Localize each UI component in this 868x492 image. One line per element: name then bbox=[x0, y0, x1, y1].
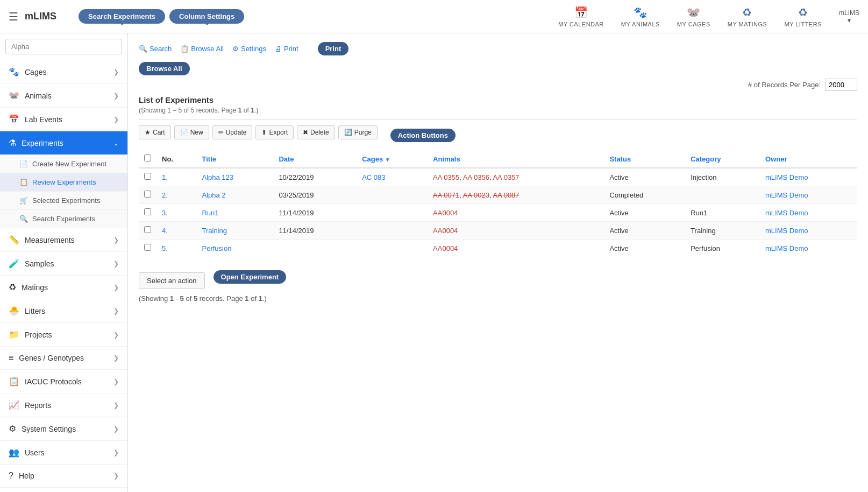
genes-sidebar-icon: ≡ bbox=[9, 353, 13, 363]
th-date[interactable]: Date bbox=[273, 150, 357, 168]
reports-sidebar-icon: 📈 bbox=[9, 400, 19, 410]
print-link[interactable]: 🖨 Print bbox=[275, 45, 298, 53]
sidebar-item-users[interactable]: 👥 Users ❯ bbox=[0, 441, 127, 465]
animal-link[interactable]: AA 0355 bbox=[433, 173, 459, 181]
sidebar-item-animals[interactable]: 🐭 Animals ❯ bbox=[0, 84, 127, 108]
sidebar-item-create-new-experiment[interactable]: 📄 Create New Experiment bbox=[0, 155, 127, 173]
chevron-right-icon: ❯ bbox=[113, 68, 119, 76]
cages-sidebar-icon: 🐾 bbox=[9, 67, 19, 77]
sidebar-item-iacuc[interactable]: 📋 IACUC Protocols ❯ bbox=[0, 370, 127, 393]
experiment-title-link[interactable]: Perfusion bbox=[202, 244, 231, 252]
sidebar-item-genes-genotypes[interactable]: ≡ Genes / Genotypes ❯ bbox=[0, 347, 127, 370]
projects-sidebar-icon: 📁 bbox=[9, 329, 19, 340]
experiments-sidebar-icon: ⚗ bbox=[9, 138, 16, 148]
search-experiments-button[interactable]: Search Experiments bbox=[79, 9, 165, 24]
search-input[interactable] bbox=[5, 39, 122, 54]
tooltip-buttons-area: Search Experiments Column Settings bbox=[68, 9, 558, 24]
sidebar-item-measurements[interactable]: 📏 Measurements ❯ bbox=[0, 228, 127, 252]
experiment-title-link[interactable]: Alpha 2 bbox=[202, 191, 225, 199]
sidebar-item-search-experiments[interactable]: 🔍 Search Experiments bbox=[0, 210, 127, 228]
settings-link[interactable]: ⚙ Settings bbox=[232, 45, 266, 53]
sidebar-item-help[interactable]: ? Help ❯ bbox=[0, 465, 127, 488]
experiment-title-link[interactable]: Alpha 123 bbox=[202, 173, 233, 181]
table-row: 1.Alpha 12310/22/2019AC 083AA 0355, AA 0… bbox=[139, 168, 857, 186]
search-toolbar-icon: 🔍 bbox=[139, 45, 147, 53]
purge-button[interactable]: 🔄 Purge bbox=[338, 125, 378, 139]
row-checkbox[interactable] bbox=[144, 208, 151, 215]
sidebar-item-litters[interactable]: 🐣 Litters ❯ bbox=[0, 299, 127, 323]
row-checkbox[interactable] bbox=[144, 191, 151, 198]
th-cages[interactable]: Cages ▼ bbox=[357, 150, 428, 168]
th-category[interactable]: Category bbox=[685, 150, 760, 168]
list-title: List of Experiments bbox=[139, 95, 857, 104]
export-button[interactable]: ⬆ Export bbox=[255, 125, 294, 139]
sidebar-item-cages[interactable]: 🐾 Cages ❯ bbox=[0, 60, 127, 84]
animal-link[interactable]: AA 0071 bbox=[433, 191, 459, 199]
animal-link[interactable]: AA0004 bbox=[433, 209, 458, 217]
sidebar-item-selected-experiments[interactable]: 🛒 Selected Experiments bbox=[0, 192, 127, 210]
experiment-title-link[interactable]: Training bbox=[202, 227, 226, 235]
cell-date: 10/22/2019 bbox=[273, 168, 357, 186]
sidebar-item-matings[interactable]: ♻ Matings ❯ bbox=[0, 276, 127, 299]
animal-link[interactable]: AA 0357 bbox=[493, 173, 519, 181]
th-status[interactable]: Status bbox=[604, 150, 685, 168]
select-action-button[interactable]: Select an action bbox=[139, 272, 205, 289]
cell-status: Active bbox=[604, 204, 685, 222]
th-animals[interactable]: Animals bbox=[428, 150, 604, 168]
select-all-checkbox[interactable] bbox=[144, 154, 151, 161]
cell-date bbox=[273, 240, 357, 257]
chevron-right-icon: ❯ bbox=[113, 331, 119, 339]
owner-link[interactable]: mLIMS Demo bbox=[765, 227, 808, 235]
animal-link[interactable]: AA 0087 bbox=[493, 191, 519, 199]
action-bar: ★ Cart 📄 New ✏ Update ⬆ Export ✖ Dele bbox=[139, 125, 857, 145]
owner-link[interactable]: mLIMS Demo bbox=[765, 209, 808, 217]
owner-link[interactable]: mLIMS Demo bbox=[765, 191, 808, 199]
toolbar-row: 🔍 Search 📋 Browse All ⚙ Settings 🖨 Print… bbox=[139, 42, 857, 55]
sidebar-item-lab-events[interactable]: 📅 Lab Events ❯ bbox=[0, 108, 127, 131]
records-per-page-input[interactable] bbox=[825, 79, 857, 91]
owner-link[interactable]: mLIMS Demo bbox=[765, 173, 808, 181]
animal-link[interactable]: AA 0356 bbox=[463, 173, 489, 181]
sidebar-item-samples[interactable]: 🧪 Samples ❯ bbox=[0, 252, 127, 276]
delete-button[interactable]: ✖ Delete bbox=[297, 125, 335, 139]
app-logo: mLIMS bbox=[25, 11, 68, 22]
owner-link[interactable]: mLIMS Demo bbox=[765, 244, 808, 252]
experiment-title-link[interactable]: Run1 bbox=[202, 209, 218, 217]
sidebar-item-experiments[interactable]: ⚗ Experiments ⌄ bbox=[0, 131, 127, 155]
user-menu[interactable]: mLIMS ▾ bbox=[839, 9, 859, 24]
cart-button[interactable]: ★ Cart bbox=[139, 125, 171, 139]
th-no[interactable]: No. bbox=[156, 150, 196, 168]
th-title[interactable]: Title bbox=[196, 150, 273, 168]
update-button[interactable]: ✏ Update bbox=[212, 125, 253, 139]
sidebar-item-system-settings[interactable]: ⚙ System Settings ❯ bbox=[0, 417, 127, 441]
animal-link[interactable]: AA0004 bbox=[433, 244, 458, 252]
new-button[interactable]: 📄 New bbox=[174, 125, 209, 139]
my-animals-nav[interactable]: 🐾 MY ANIMALS bbox=[621, 6, 660, 27]
animal-link[interactable]: AA0004 bbox=[433, 227, 458, 235]
export-icon: ⬆ bbox=[261, 129, 267, 136]
chevron-right-icon: ❯ bbox=[113, 92, 119, 100]
hamburger-menu-icon[interactable]: ☰ bbox=[9, 10, 18, 23]
my-matings-nav[interactable]: ♻ MY MATINGS bbox=[728, 6, 767, 27]
sidebar-item-projects[interactable]: 📁 Projects ❯ bbox=[0, 323, 127, 347]
animal-link[interactable]: AA 0023 bbox=[463, 191, 489, 199]
my-litters-nav[interactable]: ♻ MY LITTERS bbox=[784, 6, 822, 27]
samples-sidebar-icon: 🧪 bbox=[9, 258, 19, 269]
column-settings-button[interactable]: Column Settings bbox=[169, 9, 244, 24]
browse-all-tooltip: Browse All bbox=[139, 62, 190, 75]
my-calendar-nav[interactable]: 📅 MY CALENDAR bbox=[558, 6, 604, 27]
select-all-header[interactable] bbox=[139, 150, 156, 168]
my-cages-nav[interactable]: 🐭 MY CAGES bbox=[677, 6, 710, 27]
cell-category bbox=[685, 186, 760, 204]
browse-all-link[interactable]: 📋 Browse All bbox=[180, 45, 224, 53]
search-link[interactable]: 🔍 Search bbox=[139, 45, 172, 53]
cage-link[interactable]: AC 083 bbox=[362, 173, 385, 181]
calendar-icon: 📅 bbox=[574, 6, 588, 19]
sidebar-item-reports[interactable]: 📈 Reports ❯ bbox=[0, 393, 127, 417]
row-checkbox[interactable] bbox=[144, 173, 151, 180]
th-owner[interactable]: Owner bbox=[760, 150, 857, 168]
row-checkbox[interactable] bbox=[144, 244, 151, 251]
row-checkbox[interactable] bbox=[144, 226, 151, 233]
table-row: 3.Run111/14/2019AA0004ActiveRun1mLIMS De… bbox=[139, 204, 857, 222]
sidebar-item-review-experiments[interactable]: 📋 Review Experiments bbox=[0, 173, 127, 192]
